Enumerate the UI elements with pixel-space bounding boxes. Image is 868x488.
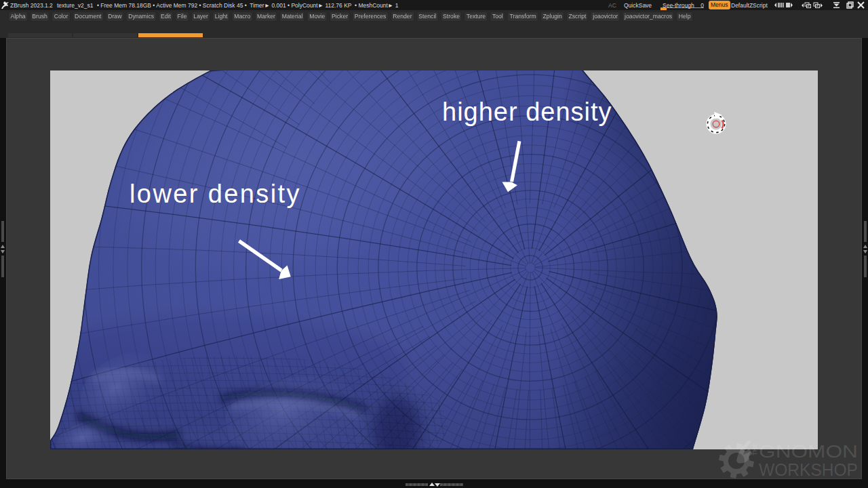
svg-text:THE: THE [751,443,758,455]
svg-text:WORKSHOP: WORKSHOP [759,460,858,479]
svg-text:lower density: lower density [130,180,301,208]
svg-text:higher density: higher density [442,98,612,126]
svg-text:GNOMON: GNOMON [759,442,858,461]
